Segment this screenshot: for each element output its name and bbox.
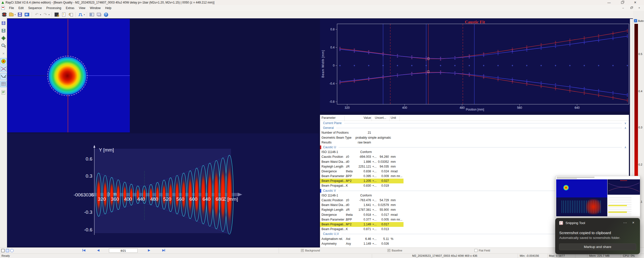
process-settings-button[interactable] (67, 11, 74, 18)
trigger-dropdown[interactable]: ▾ (84, 14, 85, 16)
toast-close-button[interactable]: × (632, 220, 634, 225)
caustic-fit-panel[interactable]: Caustic Fit Beam Width [mm] 320400480560… (320, 19, 630, 112)
svg-text:640: 640 (203, 196, 211, 202)
status-bar: Ready M2_20240523_174607_0003 40uJ 40W 4… (0, 253, 644, 258)
mdi-workspace: [mm]Y [mm]0.60.3-0.3-0.6-006303632036040… (7, 18, 633, 247)
tool-sidebar: × (0, 18, 7, 247)
caustic-view-button[interactable] (0, 66, 7, 72)
help-icon: ? (104, 13, 108, 17)
menu-processing[interactable]: Processing (44, 6, 63, 11)
mini-chart-title (620, 180, 627, 181)
menu-edit[interactable]: Edit (16, 6, 26, 11)
settings-button[interactable] (53, 11, 60, 18)
menu-window[interactable]: Window (88, 6, 103, 11)
screenshot-preview-flyout[interactable] (555, 176, 640, 218)
snipping-tool-icon (559, 221, 563, 225)
svg-text:0.8: 0.8 (330, 28, 335, 31)
menu-sequence[interactable]: Sequence (26, 6, 44, 11)
restore-button[interactable] (619, 1, 625, 5)
open-button[interactable] (8, 11, 15, 18)
svg-text:0.3: 0.3 (86, 173, 92, 179)
mdi-restore-icon (630, 7, 632, 9)
menu-view[interactable]: View (76, 6, 88, 11)
export-image-icon (25, 13, 29, 16)
checkbox-checked-icon (387, 249, 390, 252)
report-icon (2, 90, 6, 95)
first-frame-button[interactable]: ◀ (83, 248, 85, 252)
table-row: Caustic Positionz0-894.003+...94.260mm (320, 154, 629, 159)
flatfield-checkbox[interactable]: Flat Field (474, 249, 490, 252)
svg-text:0: 0 (333, 64, 335, 67)
zoom-tool-button[interactable] (0, 42, 7, 49)
chevron-up-icon[interactable]: ∧ (624, 145, 626, 150)
toast-submessage: Automatically saved to screenshots folde… (559, 236, 620, 240)
chevron-down-icon[interactable]: ∨ (624, 121, 626, 126)
undo-dropdown[interactable]: ▾ (40, 14, 41, 16)
caustic-curves-icon (1, 67, 6, 71)
svg-text:-0063036: -0063036 (74, 192, 94, 197)
table-row: Number of Positions21 (320, 130, 629, 135)
baseline-checkbox[interactable]: Baseline (387, 249, 402, 252)
new-measurement-button[interactable] (1, 11, 8, 18)
undo-button[interactable]: ↶ (33, 11, 40, 18)
markup-and-share-button[interactable]: Markup and share (559, 243, 636, 250)
svg-text:440: 440 (137, 196, 145, 202)
menu-extras[interactable]: Extras (63, 6, 76, 11)
mdi-minimize-button[interactable]: – (621, 6, 625, 10)
window-panel-icon (90, 13, 94, 16)
minimize-button[interactable]: — (606, 1, 612, 5)
window-layout-button[interactable] (89, 11, 95, 18)
save-icon (18, 13, 22, 17)
colorbar-tick: 0.4 (638, 90, 642, 93)
svg-text:0.4: 0.4 (330, 46, 335, 49)
help-button[interactable]: ? (103, 11, 109, 18)
colorbar-tick: 0.5 (638, 53, 642, 56)
results-table-view-button[interactable] (0, 81, 7, 87)
export-image-button[interactable] (24, 11, 30, 18)
next-frame-button[interactable]: ▶ (148, 248, 150, 252)
beam-profile-view-button[interactable] (0, 58, 7, 65)
close-button[interactable]: × (632, 0, 638, 5)
last-frame-button[interactable]: ▶ (162, 248, 165, 252)
display-mode-loop-icon[interactable] (10, 249, 14, 252)
menu-file[interactable]: File (7, 6, 16, 11)
chevron-up-icon[interactable]: ∧ (624, 126, 626, 130)
mini-fit-chart (608, 179, 640, 195)
report-warning-button[interactable] (60, 11, 67, 18)
display-mode-single-icon[interactable] (1, 249, 5, 252)
beam-profile-panel[interactable] (7, 19, 130, 132)
fit-curve-view-button[interactable] (0, 73, 7, 80)
menu-help[interactable]: Help (103, 6, 114, 11)
mini-highlight-row (608, 212, 627, 213)
save-view-button[interactable] (0, 20, 7, 26)
save-button[interactable] (17, 11, 23, 18)
frame-counter-input[interactable] (109, 248, 138, 253)
redo-dropdown[interactable]: ▾ (49, 14, 50, 16)
redo-button[interactable]: ↷ (42, 11, 49, 18)
cascade-windows-button[interactable] (96, 11, 102, 18)
mini-highlight-row (608, 205, 627, 206)
auto-checkbox[interactable]: ✓ (634, 19, 637, 22)
header-uncert: Uncert... (375, 116, 386, 120)
svg-text:560: 560 (176, 196, 184, 202)
display-mode-grid-icon[interactable] (6, 249, 9, 252)
save-data-button[interactable] (0, 27, 7, 34)
open-folder-icon (9, 13, 14, 16)
status-min: Min: -0.004156 (520, 254, 539, 257)
mdi-close-button[interactable]: × (637, 6, 641, 10)
cascade-windows-icon (98, 14, 101, 16)
trigger-button[interactable] (77, 11, 84, 18)
mini-caustic-glow (586, 199, 601, 215)
background-checkbox[interactable]: Background (301, 249, 320, 252)
clear-tool-button[interactable]: × (0, 50, 7, 57)
status-filename: M2_20240523_174607_0003 40uJ 40W 469 x 4… (372, 254, 517, 257)
snipping-tool-toast[interactable]: Snipping Tool ⋯ × Screenshot copied to c… (555, 218, 640, 254)
toast-more-button[interactable]: ⋯ (623, 221, 627, 225)
center-target-button[interactable] (0, 35, 7, 41)
caustic-3d-panel[interactable]: [mm]Y [mm]0.60.3-0.3-0.6-006303632036040… (7, 133, 319, 246)
open-dropdown[interactable]: ▾ (15, 14, 16, 16)
previous-frame-button[interactable]: ◀ (97, 248, 99, 252)
mdi-restore-button[interactable] (629, 6, 633, 10)
report-view-button[interactable] (0, 89, 7, 96)
rayci-window: RayCi 32bit V2.6.4 (demo edition) - [Bea… (0, 0, 644, 258)
